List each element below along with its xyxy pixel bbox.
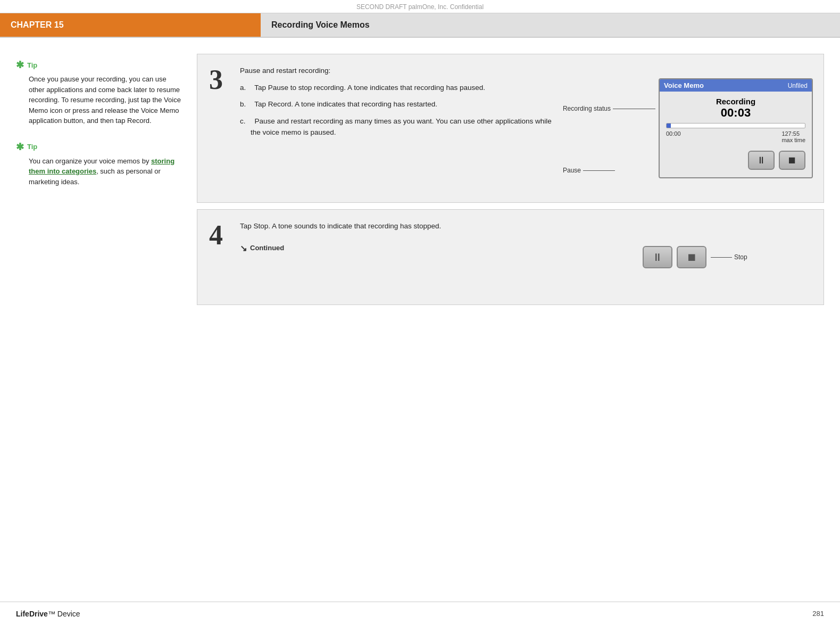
sidebar: ✱ Tip Once you pause your recording, you… bbox=[16, 54, 181, 311]
step-4-text: Tap Stop. A tone sounds to indicate that… bbox=[240, 220, 632, 294]
vm-unfiled: Unfiled bbox=[788, 82, 808, 89]
vm-recording-status: Recording bbox=[666, 97, 805, 106]
continued-label: Continued bbox=[250, 243, 284, 254]
tip-header-1: ✱ Tip bbox=[16, 59, 181, 71]
continued-arrow-icon: ↘ bbox=[240, 242, 247, 256]
step-4-device-area: Stop bbox=[643, 220, 813, 294]
vm-time-labels: 00:00 127:55 max time bbox=[666, 130, 805, 143]
step-3-device-area: Recording status Pause Voice Memo bbox=[563, 65, 813, 192]
page-title: Recording Voice Memos bbox=[261, 13, 840, 37]
stop-line bbox=[711, 257, 732, 258]
tip2-text-before: You can organize your voice memos by bbox=[29, 157, 151, 165]
main-content: ✱ Tip Once you pause your recording, you… bbox=[0, 38, 840, 311]
step-3-content: Pause and restart recording: a. Tap Paus… bbox=[235, 54, 824, 202]
tip-label-2: Tip bbox=[27, 143, 37, 151]
vm-pause-button[interactable] bbox=[748, 151, 775, 170]
tip-block-2: ✱ Tip You can organize your voice memos … bbox=[16, 141, 181, 187]
vm-time-display: 00:03 bbox=[666, 106, 805, 120]
step-3-number: 3 bbox=[197, 54, 235, 202]
steps-area: 3 Pause and restart recording: a. Tap Pa… bbox=[197, 54, 824, 311]
vm-stop-button[interactable] bbox=[779, 151, 805, 170]
tip-text-2: You can organize your voice memos by sto… bbox=[16, 156, 181, 187]
footer-brand: LifeDrive™ Device bbox=[16, 610, 80, 618]
step4-pause-button[interactable] bbox=[643, 246, 672, 268]
chapter-label: CHAPTER 15 bbox=[0, 13, 261, 37]
vm-time-start: 00:00 bbox=[666, 130, 681, 143]
recording-status-annotation: Recording status bbox=[563, 105, 655, 112]
continued-row: ↘ Continued bbox=[240, 242, 632, 256]
vm-time-end-label: 127:55 max time bbox=[781, 130, 805, 143]
step-3-item-c: c. Pause and restart recording as many t… bbox=[240, 116, 552, 138]
header-bar: CHAPTER 15 Recording Voice Memos bbox=[0, 13, 840, 38]
step-4-description: Tap Stop. A tone sounds to indicate that… bbox=[240, 220, 632, 232]
vm-controls bbox=[666, 151, 805, 170]
step-4-content: Tap Stop. A tone sounds to indicate that… bbox=[235, 210, 824, 305]
step-3-title: Pause and restart recording: bbox=[240, 65, 552, 77]
stop-label-row: Stop bbox=[711, 253, 747, 261]
pause-label: Pause bbox=[563, 167, 581, 174]
step-4-number: 4 bbox=[197, 210, 235, 305]
step-3-item-b: b. Tap Record. A tone indicates that rec… bbox=[240, 98, 552, 110]
tip-label-1: Tip bbox=[27, 61, 37, 69]
footer-page-number: 281 bbox=[812, 610, 824, 618]
vm-title: Voice Memo bbox=[664, 81, 704, 89]
step-3-item-a: a. Tap Pause to stop recording. A tone i… bbox=[240, 82, 552, 94]
footer: LifeDrive™ Device 281 bbox=[0, 602, 840, 625]
watermark: SECOND DRAFT palmOne, Inc. Confidential bbox=[0, 0, 840, 13]
stop-text-label: Stop bbox=[734, 253, 747, 261]
step-3-list: a. Tap Pause to stop recording. A tone i… bbox=[240, 82, 552, 138]
voice-memo-device: Voice Memo Unfiled Recording 00:03 bbox=[659, 78, 813, 178]
device-label: Device bbox=[57, 610, 80, 618]
vm-titlebar: Voice Memo Unfiled bbox=[660, 79, 812, 92]
vm-progress-fill bbox=[667, 124, 671, 128]
recording-status-label: Recording status bbox=[563, 105, 611, 112]
vm-body: Recording 00:03 00:00 127:55 max time bbox=[660, 92, 812, 177]
step4-stop-button[interactable] bbox=[677, 246, 706, 268]
trademark-symbol: ™ bbox=[48, 610, 55, 618]
brand-name: LifeDrive bbox=[16, 610, 48, 618]
tip-asterisk-1: ✱ bbox=[16, 59, 24, 71]
tip-text-1: Once you pause your recording, you can u… bbox=[16, 74, 181, 126]
vm-progress-bar bbox=[666, 123, 805, 128]
tip-asterisk-2: ✱ bbox=[16, 141, 24, 153]
pause-annotation: Pause bbox=[563, 167, 655, 174]
step-3-text: Pause and restart recording: a. Tap Paus… bbox=[240, 65, 552, 192]
tip-block-1: ✱ Tip Once you pause your recording, you… bbox=[16, 59, 181, 126]
step-4-buttons: Stop bbox=[643, 246, 747, 268]
step-4-box: 4 Tap Stop. A tone sounds to indicate th… bbox=[197, 209, 824, 305]
step-3-box: 3 Pause and restart recording: a. Tap Pa… bbox=[197, 54, 824, 203]
tip-header-2: ✱ Tip bbox=[16, 141, 181, 153]
